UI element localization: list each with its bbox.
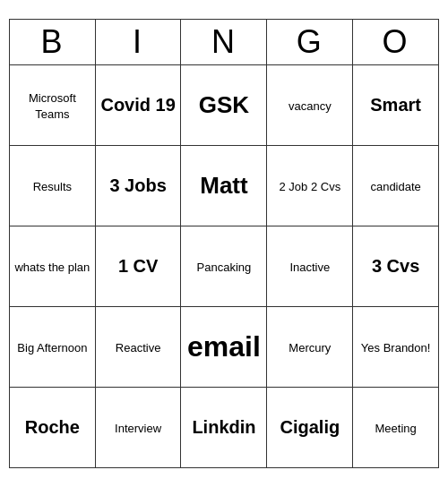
bingo-cell-4-4: Meeting: [353, 388, 439, 468]
bingo-row-3: Big AfternoonReactiveemailMercuryYes Bra…: [10, 307, 439, 388]
header-O: O: [353, 20, 439, 65]
bingo-card: BINGO Microsoft TeamsCovid 19GSKvacancyS…: [9, 19, 439, 468]
cell-text-4-4: Meeting: [375, 422, 417, 435]
cell-text-4-2: Linkdin: [192, 417, 255, 437]
cell-text-0-2: GSK: [199, 91, 249, 118]
cell-text-3-2: email: [187, 330, 261, 363]
bingo-cell-1-2: Matt: [181, 146, 267, 226]
bingo-cell-0-3: vacancy: [267, 65, 353, 146]
bingo-cell-0-1: Covid 19: [95, 65, 181, 146]
bingo-cell-0-2: GSK: [181, 65, 267, 146]
cell-text-1-0: Results: [33, 180, 72, 193]
cell-text-3-0: Big Afternoon: [17, 341, 87, 355]
cell-text-0-0: Microsoft Teams: [29, 91, 76, 121]
cell-text-1-2: Matt: [200, 172, 247, 199]
cell-text-2-3: Inactive: [289, 261, 330, 274]
bingo-row-0: Microsoft TeamsCovid 19GSKvacancySmart: [10, 65, 439, 146]
bingo-cell-4-2: Linkdin: [181, 388, 267, 468]
header-B: B: [10, 20, 96, 65]
cell-text-1-1: 3 Jobs: [109, 175, 166, 195]
cell-text-2-1: 1 CV: [118, 256, 158, 276]
bingo-header-row: BINGO: [10, 20, 439, 65]
bingo-row-4: RocheInterviewLinkdinCigaligMeeting: [10, 388, 439, 468]
bingo-cell-1-3: 2 Job 2 Cvs: [267, 146, 353, 226]
bingo-body: Microsoft TeamsCovid 19GSKvacancySmartRe…: [10, 65, 439, 468]
bingo-cell-1-1: 3 Jobs: [95, 146, 181, 226]
cell-text-0-4: Smart: [370, 95, 421, 115]
bingo-cell-4-1: Interview: [95, 388, 181, 468]
header-G: G: [267, 20, 353, 65]
bingo-cell-4-0: Roche: [10, 388, 96, 468]
cell-text-4-0: Roche: [25, 417, 80, 437]
bingo-cell-2-2: Pancaking: [181, 226, 267, 307]
header-N: N: [181, 20, 267, 65]
cell-text-2-0: whats the plan: [14, 261, 90, 274]
cell-text-2-4: 3 Cvs: [372, 256, 419, 276]
bingo-cell-4-3: Cigalig: [267, 388, 353, 468]
header-I: I: [95, 20, 181, 65]
bingo-cell-3-2: email: [181, 307, 267, 388]
cell-text-2-2: Pancaking: [197, 261, 252, 274]
bingo-row-2: whats the plan1 CVPancakingInactive3 Cvs: [10, 226, 439, 307]
cell-text-1-3: 2 Job 2 Cvs: [280, 180, 341, 193]
bingo-cell-2-1: 1 CV: [95, 226, 181, 307]
bingo-cell-0-0: Microsoft Teams: [10, 65, 96, 146]
cell-text-0-3: vacancy: [289, 99, 332, 113]
bingo-cell-3-1: Reactive: [95, 307, 181, 388]
bingo-cell-1-0: Results: [10, 146, 96, 226]
bingo-cell-2-4: 3 Cvs: [353, 226, 439, 307]
cell-text-4-3: Cigalig: [280, 417, 340, 437]
cell-text-4-1: Interview: [115, 422, 161, 435]
bingo-cell-3-4: Yes Brandon!: [353, 307, 439, 388]
bingo-cell-2-3: Inactive: [267, 226, 353, 307]
cell-text-3-4: Yes Brandon!: [361, 341, 431, 355]
bingo-cell-1-4: candidate: [353, 146, 439, 226]
cell-text-0-1: Covid 19: [100, 95, 175, 115]
cell-text-3-3: Mercury: [289, 341, 331, 355]
bingo-row-1: Results3 JobsMatt2 Job 2 Cvscandidate: [10, 146, 439, 226]
cell-text-1-4: candidate: [370, 180, 420, 193]
bingo-cell-2-0: whats the plan: [10, 226, 96, 307]
bingo-cell-0-4: Smart: [353, 65, 439, 146]
bingo-cell-3-0: Big Afternoon: [10, 307, 96, 388]
bingo-cell-3-3: Mercury: [267, 307, 353, 388]
cell-text-3-1: Reactive: [116, 341, 161, 355]
